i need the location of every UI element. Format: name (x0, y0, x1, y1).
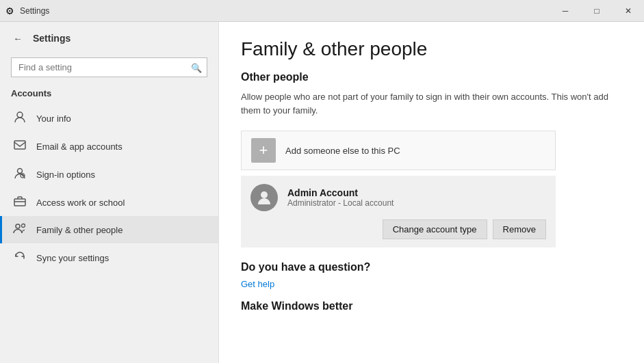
sidebar-app-title: Settings (33, 33, 70, 44)
search-input[interactable] (11, 57, 207, 77)
svg-rect-4 (14, 199, 25, 206)
app-icon: ⚙ (5, 5, 14, 16)
accounts-section-label: Accounts (0, 85, 218, 104)
search-box: 🔍 (11, 57, 207, 77)
titlebar-left: ⚙ Settings (5, 5, 49, 16)
svg-point-8 (261, 191, 268, 198)
add-someone-button[interactable]: + Add someone else to this PC (241, 131, 556, 170)
svg-rect-1 (14, 141, 25, 149)
email-app-icon (13, 139, 27, 153)
change-account-type-button[interactable]: Change account type (383, 219, 487, 239)
svg-point-7 (22, 224, 25, 228)
minimize-button[interactable]: ─ (550, 0, 581, 22)
work-school-label: Access work or school (36, 198, 125, 208)
account-sub: Administrator - Local account (287, 198, 394, 208)
titlebar-controls: ─ □ ✕ (550, 0, 644, 22)
remove-button[interactable]: Remove (493, 219, 546, 239)
back-button[interactable]: ← (8, 29, 27, 48)
avatar (250, 184, 278, 211)
maximize-button[interactable]: □ (581, 0, 613, 22)
main-panel: Family & other people Other people Allow… (219, 22, 644, 363)
sidebar: ← Settings 🔍 Accounts Your info (0, 22, 219, 363)
question-section: Do you have a question? Get help Make Wi… (241, 261, 622, 312)
svg-point-6 (16, 224, 20, 228)
your-info-icon (13, 111, 27, 126)
svg-point-0 (17, 112, 23, 118)
family-label: Family & other people (36, 225, 123, 235)
family-icon (13, 223, 27, 237)
add-icon: + (251, 138, 276, 163)
back-icon: ← (13, 33, 22, 44)
account-details: Admin Account Administrator - Local acco… (287, 187, 394, 208)
work-school-icon (13, 196, 27, 209)
sync-icon (13, 250, 27, 265)
sidebar-nav-top: ← Settings (0, 22, 218, 55)
app-body: ← Settings 🔍 Accounts Your info (0, 22, 644, 363)
sidebar-item-signin[interactable]: Sign-in options (0, 160, 218, 189)
signin-icon (13, 167, 27, 182)
close-button[interactable]: ✕ (613, 0, 644, 22)
question-title: Do you have a question? (241, 261, 622, 273)
other-people-desc: Allow people who are not part of your fa… (241, 90, 622, 117)
make-windows-title: Make Windows better (241, 300, 622, 312)
sidebar-item-family[interactable]: Family & other people (0, 216, 218, 243)
sidebar-item-email-app[interactable]: Email & app accounts (0, 133, 218, 160)
sidebar-item-work-school[interactable]: Access work or school (0, 189, 218, 216)
account-name: Admin Account (287, 187, 394, 198)
add-someone-label: Add someone else to this PC (285, 146, 400, 156)
account-actions: Change account type Remove (250, 219, 546, 239)
your-info-label: Your info (36, 113, 71, 124)
titlebar-title: Settings (20, 6, 49, 16)
titlebar: ⚙ Settings ─ □ ✕ (0, 0, 644, 22)
svg-point-2 (18, 169, 23, 174)
account-row: Admin Account Administrator - Local acco… (241, 176, 556, 247)
get-help-link[interactable]: Get help (241, 279, 274, 289)
other-people-heading: Other people (241, 71, 622, 83)
page-title: Family & other people (241, 38, 622, 60)
sync-label: Sync your settings (36, 253, 109, 263)
sidebar-item-your-info[interactable]: Your info (0, 104, 218, 133)
signin-label: Sign-in options (36, 170, 95, 180)
account-info: Admin Account Administrator - Local acco… (250, 184, 546, 211)
sidebar-item-sync[interactable]: Sync your settings (0, 243, 218, 272)
email-app-label: Email & app accounts (36, 142, 123, 152)
